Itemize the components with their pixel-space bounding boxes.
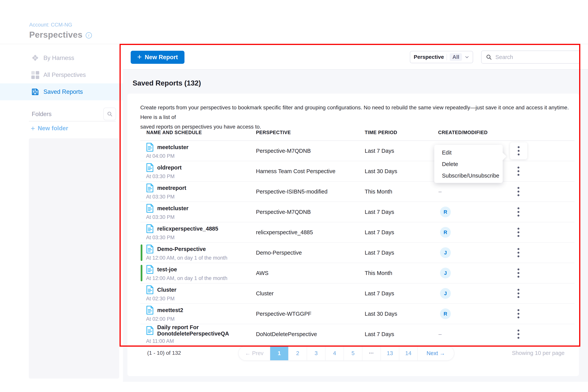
filter-divider	[446, 54, 447, 60]
table-row[interactable]: meetcluster At 04:00 PM Perspective-M7QD…	[140, 141, 574, 161]
report-name: oldreport	[157, 164, 182, 171]
plus-icon: +	[137, 53, 142, 61]
search-icon	[107, 111, 112, 117]
created-modified-cell: R	[438, 227, 513, 238]
table-row[interactable]: Cluster At 02:30 PM Cluster Last 7 Days …	[140, 284, 574, 304]
page-button-5[interactable]: 5	[344, 346, 362, 360]
creator-avatar: R	[440, 206, 451, 217]
perspective-cell: Perspective-M7QDNB	[256, 148, 365, 154]
row-menu-button[interactable]	[513, 327, 524, 341]
row-menu-button[interactable]	[513, 226, 524, 239]
time-period-cell: Last 7 Days	[365, 331, 438, 338]
perspective-cell: Perspective-M7QDNB	[256, 209, 365, 215]
table-row[interactable]: meetcluster At 03:30 PM Perspective-M7QD…	[140, 202, 574, 222]
new-folder-button[interactable]: + New folder	[31, 123, 68, 134]
created-modified-cell: –	[438, 188, 513, 195]
perspective-cell: relicxperspective_4885	[256, 229, 365, 236]
time-period-cell: Last 7 Days	[365, 148, 438, 154]
page-title: Perspectives	[29, 30, 83, 40]
table-row[interactable]: meetreport At 03:30 PM Perspective-ISIBN…	[140, 182, 574, 202]
prev-page-button[interactable]: ← Prev	[239, 346, 270, 360]
sidebar-item-all-perspectives[interactable]: All Perspectives	[0, 66, 123, 84]
report-document-icon	[146, 285, 154, 294]
row-menu-button[interactable]	[513, 164, 524, 178]
time-period-cell: This Month	[365, 188, 438, 195]
report-document-icon	[146, 265, 154, 274]
sidebar-item-label: By Harness	[44, 54, 74, 62]
created-modified-cell: J	[438, 247, 513, 258]
sidebar-item-label: All Perspectives	[44, 72, 86, 78]
report-schedule: At 04:00 PM	[146, 153, 256, 159]
table-row[interactable]: relicxperspective_4885 At 03:30 PM relic…	[140, 222, 574, 243]
new-report-label: New Report	[145, 54, 178, 61]
report-name: relicxperspective_4885	[157, 226, 218, 232]
sidebar-item-saved-reports[interactable]: Saved Reports	[0, 84, 123, 100]
report-name-cell: relicxperspective_4885 At 03:30 PM	[140, 224, 256, 240]
row-menu-button[interactable]	[513, 205, 524, 219]
table-row[interactable]: Demo-Perspective At 12:00 AM, on day 1 o…	[140, 243, 574, 263]
creator-avatar: J	[440, 268, 451, 278]
menu-item-delete[interactable]: Delete	[434, 158, 503, 170]
page-button-3[interactable]: 3	[307, 346, 325, 360]
row-menu-button[interactable]	[513, 185, 524, 198]
section-heading: Saved Reports (132)	[132, 79, 201, 87]
report-document-icon	[146, 204, 154, 213]
main-content: + New Report Perspective All Saved Repor…	[123, 44, 588, 382]
row-menu-button[interactable]	[513, 307, 524, 321]
report-name: Cluster	[157, 287, 176, 293]
no-creator-dash: –	[438, 331, 442, 337]
saved-reports-card: Create reports from your perspectives to…	[128, 94, 579, 376]
per-page-label: Showing 10 per page	[512, 350, 564, 356]
page-button-14[interactable]: 14	[399, 346, 417, 360]
sidebar-divider	[29, 121, 116, 122]
search-box	[481, 50, 580, 64]
report-document-icon	[146, 224, 154, 233]
save-icon	[31, 88, 40, 96]
table-row[interactable]: oldreport At 03:30 PM Harness Team Cost …	[140, 161, 574, 182]
page-button-4[interactable]: 4	[325, 346, 344, 360]
row-menu-button[interactable]	[513, 144, 524, 158]
report-name-cell: Cluster At 02:30 PM	[140, 285, 256, 302]
report-name: meetcluster	[157, 205, 188, 212]
time-period-cell: This Month	[365, 270, 438, 276]
creator-avatar: J	[440, 288, 451, 299]
row-menu-button[interactable]	[513, 246, 524, 260]
perspective-cell: Perspective-WTGGPF	[256, 311, 365, 317]
column-header: PERSPECTIVE	[256, 130, 365, 135]
perspective-cell: Perspective-ISIBN5-modified	[256, 188, 365, 195]
page-ellipsis: •••	[362, 346, 380, 360]
perspective-filter-dropdown[interactable]: Perspective All	[410, 51, 473, 63]
report-document-icon	[146, 306, 154, 315]
report-name: test-joe	[157, 266, 177, 273]
row-menu-hover-card	[510, 142, 527, 159]
folders-search-button[interactable]	[104, 108, 116, 120]
table-row[interactable]: Daily report For DonotdeletePerspectiveQ…	[140, 324, 574, 344]
row-menu-button[interactable]	[513, 266, 524, 280]
page-button-2[interactable]: 2	[288, 346, 307, 360]
table-row[interactable]: test-joe At 12:00 AM, on day 1 of the mo…	[140, 263, 574, 284]
filter-label: Perspective	[414, 54, 444, 60]
row-context-menu: Edit Delete Subscribe/Unsubscribe	[434, 145, 503, 183]
time-period-cell: Last 7 Days	[365, 209, 438, 215]
report-name-cell: oldreport At 03:30 PM	[140, 163, 256, 180]
page-button-1[interactable]: 1	[270, 346, 288, 360]
report-name-cell: test-joe At 12:00 AM, on day 1 of the mo…	[140, 265, 256, 281]
pagination-range-label: (1 - 10) of 132	[147, 350, 181, 356]
info-icon[interactable]: i	[86, 32, 92, 38]
report-name: meetcluster	[157, 144, 188, 150]
page-button-13[interactable]: 13	[380, 346, 399, 360]
report-name-cell: meetcluster At 03:30 PM	[140, 204, 256, 220]
next-page-button[interactable]: Next →	[417, 346, 454, 360]
active-schedule-indicator	[141, 265, 142, 281]
menu-item-edit[interactable]: Edit	[434, 147, 503, 158]
menu-item-subscribe[interactable]: Subscribe/Unsubscribe	[434, 170, 503, 182]
row-menu-button[interactable]	[513, 286, 524, 300]
new-report-button[interactable]: + New Report	[131, 51, 184, 64]
report-document-icon	[146, 326, 154, 335]
sidebar-item-by-harness[interactable]: ❖ By Harness	[0, 50, 123, 66]
search-input[interactable]	[496, 54, 576, 60]
report-name-cell: meettest2 At 02:00 PM	[140, 306, 256, 322]
account-breadcrumb[interactable]: Account: CCM-NG	[29, 22, 72, 28]
table-row[interactable]: meettest2 At 02:00 PM Perspective-WTGGPF…	[140, 304, 574, 324]
saved-reports-table: NAME AND SCHEDULE PERSPECTIVE TIME PERIO…	[140, 124, 574, 344]
